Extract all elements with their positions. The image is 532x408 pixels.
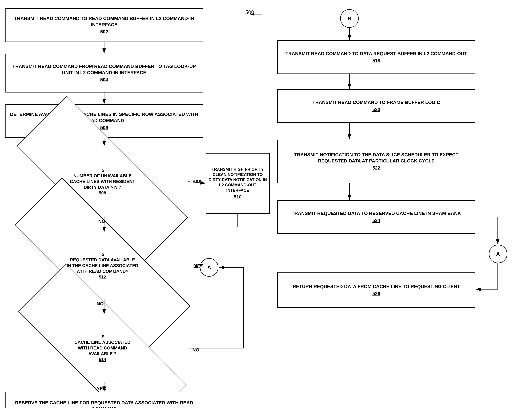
circle-a-right: A	[489, 245, 507, 263]
box-516: RESERVE THE CACHE LINE FOR REQUESTED DAT…	[5, 392, 203, 408]
box-520: TRANSMIT READ COMMAND TO FRAME BUFFER LO…	[277, 89, 475, 123]
box-518: TRANSMIT READ COMMAND TO DATA REQUEST BU…	[277, 40, 475, 74]
circle-b-top: B	[340, 9, 359, 28]
ref-500-label: 500	[245, 9, 254, 16]
box-526: RETURN REQUESTED DATA FROM CACHE LINE TO…	[277, 272, 475, 308]
diamond-512: ISREQUESTED DATA AVAILABLEIN THE CACHE L…	[12, 232, 193, 299]
yes-label-508: YES	[192, 179, 202, 185]
box-504: TRANSMIT READ COMMAND FROM READ COMMAND …	[5, 54, 203, 93]
flowchart-diagram: 500 TRANSMIT READ COMMAND TO READ COMMAN…	[0, 0, 532, 408]
diamond-514: ISCACHE LINE ASSOCIATEDWITH READ COMMAND…	[17, 314, 188, 382]
yes-label-514: YES	[97, 386, 106, 391]
box-524: TRANSMIT REQUESTED DATA TO RESERVED CACH…	[277, 200, 475, 234]
box-522: TRANSMIT NOTIFICATION TO THE DATA SLICE …	[277, 140, 475, 183]
no-label-514: NO	[192, 347, 199, 353]
yes-label-512: YES	[194, 263, 204, 269]
box-502: TRANSMIT READ COMMAND TO READ COMMAND BU…	[5, 8, 203, 42]
box-510: TRANSMIT HIGH PRIORITY CLEAN NOTIFICATIO…	[206, 153, 270, 213]
no-label-508: NO	[98, 219, 105, 224]
no-label-512: NO	[97, 301, 104, 306]
